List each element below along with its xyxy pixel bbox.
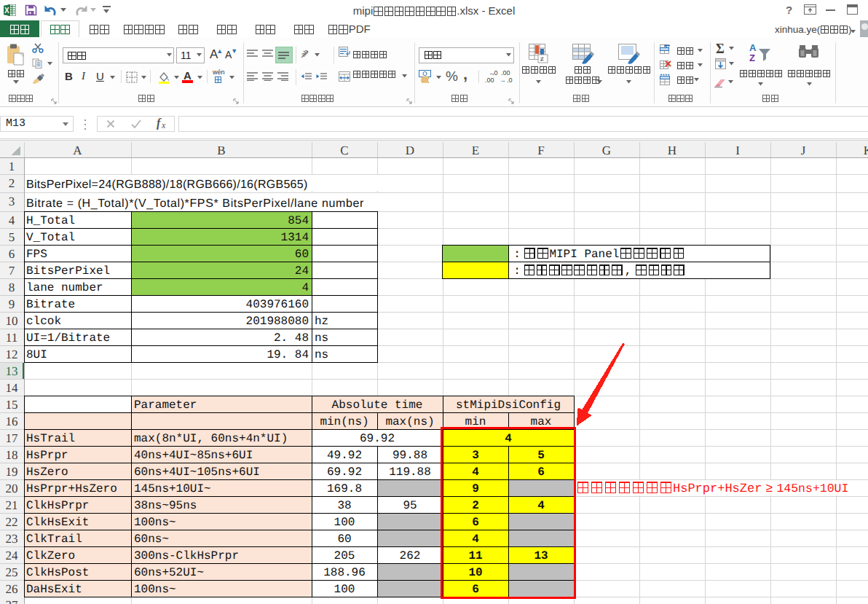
svg-text:9: 9: [472, 482, 479, 495]
svg-text:8UI: 8UI: [26, 348, 47, 361]
svg-text:27: 27: [6, 598, 19, 604]
svg-text:ClkHsPost: ClkHsPost: [26, 566, 89, 579]
svg-text:A: A: [73, 144, 82, 157]
svg-text:J: J: [801, 144, 806, 157]
svg-text:60: 60: [337, 533, 351, 546]
svg-text:60: 60: [295, 248, 309, 261]
svg-text:99.88: 99.88: [392, 449, 427, 462]
svg-text:4: 4: [472, 533, 479, 546]
svg-text:3: 3: [9, 195, 15, 208]
svg-text:24: 24: [295, 264, 309, 278]
svg-text:F: F: [537, 144, 544, 157]
svg-text:FPS: FPS: [26, 248, 47, 261]
svg-text:E: E: [472, 144, 479, 157]
svg-text:HsPrpr+HsZer: HsPrpr+HsZer: [673, 482, 762, 496]
svg-text:HsPrpr+HsZero: HsPrpr+HsZero: [26, 482, 117, 495]
svg-text:BitsPerPixel: BitsPerPixel: [26, 264, 110, 278]
svg-text:HsZero: HsZero: [26, 466, 68, 479]
svg-text:4: 4: [301, 281, 309, 294]
svg-text:13: 13: [534, 549, 548, 562]
svg-text:15: 15: [6, 398, 18, 412]
svg-text:403976160: 403976160: [246, 298, 309, 311]
svg-text:X: X: [4, 7, 9, 15]
svg-text:38: 38: [337, 499, 351, 512]
svg-text:.00: .00: [501, 69, 510, 77]
svg-text:3: 3: [472, 449, 479, 462]
svg-text:18: 18: [6, 448, 18, 462]
svg-text:C: C: [340, 144, 348, 157]
svg-text:H: H: [668, 144, 676, 157]
svg-text:1314: 1314: [281, 231, 309, 244]
svg-text:24: 24: [6, 549, 19, 562]
svg-text:D: D: [406, 144, 414, 157]
svg-text:V_Total: V_Total: [26, 231, 75, 244]
svg-text:145ns+10UI~: 145ns+10UI~: [134, 482, 211, 495]
svg-text:MIPI Panel: MIPI Panel: [549, 248, 619, 261]
svg-text:201988080: 201988080: [246, 315, 309, 328]
svg-text:HsTrail: HsTrail: [26, 432, 75, 445]
svg-text:DaHsExit: DaHsExit: [26, 583, 82, 596]
svg-text:B: B: [217, 144, 225, 157]
svg-text:10: 10: [6, 314, 18, 328]
svg-text:12: 12: [6, 348, 18, 361]
svg-text:22: 22: [6, 515, 18, 529]
svg-text:4: 4: [9, 213, 15, 227]
svg-text:14: 14: [6, 381, 19, 395]
svg-text:max(ns): max(ns): [385, 415, 434, 428]
svg-text:40ns+4UI~85ns+6UI: 40ns+4UI~85ns+6UI: [134, 449, 253, 462]
svg-text:2: 2: [472, 499, 479, 512]
svg-text:49.92: 49.92: [327, 449, 362, 462]
svg-text:5: 5: [9, 230, 15, 244]
svg-text:854: 854: [288, 214, 309, 227]
svg-text:60ns+4UI~105ns+6UI: 60ns+4UI~105ns+6UI: [134, 466, 260, 479]
svg-text:19. 84: 19. 84: [267, 348, 309, 361]
svg-text:ns: ns: [315, 348, 328, 361]
svg-text:.0: .0: [507, 77, 513, 84]
svg-text:1: 1: [9, 160, 15, 173]
svg-text:13: 13: [6, 364, 18, 378]
svg-text:19: 19: [6, 465, 18, 479]
svg-text:9: 9: [9, 297, 15, 311]
svg-text:≥: ≥: [765, 482, 773, 496]
svg-text:17: 17: [6, 431, 19, 445]
svg-text:min(ns): min(ns): [320, 415, 368, 428]
svg-text:HsPrpr: HsPrpr: [26, 449, 68, 462]
svg-text:clcok: clcok: [26, 315, 61, 328]
svg-text:10: 10: [468, 566, 482, 579]
svg-text:16: 16: [6, 415, 18, 428]
svg-text:8: 8: [9, 281, 15, 294]
svg-text:20: 20: [6, 482, 18, 495]
svg-text:25: 25: [6, 565, 18, 579]
svg-text:Absolute time: Absolute time: [332, 399, 423, 412]
svg-text:Parameter: Parameter: [134, 399, 197, 412]
svg-text:95: 95: [403, 499, 417, 512]
svg-text:69.92: 69.92: [327, 466, 362, 479]
svg-text:69.92: 69.92: [360, 432, 395, 445]
svg-text:100: 100: [334, 583, 355, 596]
svg-text:11: 11: [6, 331, 17, 345]
svg-text::: :: [513, 264, 521, 278]
svg-text:.00: .00: [485, 77, 494, 84]
svg-text:169.8: 169.8: [327, 482, 362, 495]
svg-text:,: ,: [625, 264, 632, 278]
svg-text:5: 5: [537, 449, 545, 462]
svg-text:145ns+10UI: 145ns+10UI: [776, 482, 848, 495]
svg-text:60ns~: 60ns~: [134, 533, 169, 546]
svg-text:262: 262: [400, 549, 421, 562]
svg-text:ClkHsPrpr: ClkHsPrpr: [26, 499, 89, 512]
svg-text:ClkTrail: ClkTrail: [26, 533, 82, 546]
svg-text:4: 4: [537, 499, 545, 512]
svg-text:Bitrate = (H_Total)*(V_Total)*: Bitrate = (H_Total)*(V_Total)*FPS* BitsP…: [26, 197, 364, 210]
svg-text:6: 6: [9, 247, 15, 261]
svg-text:H_Total: H_Total: [26, 214, 75, 227]
svg-text:38ns~95ns: 38ns~95ns: [134, 499, 197, 512]
svg-text:6: 6: [472, 583, 479, 596]
svg-text:6: 6: [472, 516, 479, 529]
svg-text:UI=1/Bitrate: UI=1/Bitrate: [26, 332, 110, 345]
svg-text:max(8n*UI, 60ns+4n*UI): max(8n*UI, 60ns+4n*UI): [134, 432, 288, 445]
svg-text:.0: .0: [492, 69, 498, 77]
svg-text:7: 7: [9, 264, 15, 278]
svg-text:hz: hz: [315, 315, 328, 328]
svg-text:4: 4: [505, 432, 512, 445]
svg-text:11: 11: [468, 549, 482, 562]
